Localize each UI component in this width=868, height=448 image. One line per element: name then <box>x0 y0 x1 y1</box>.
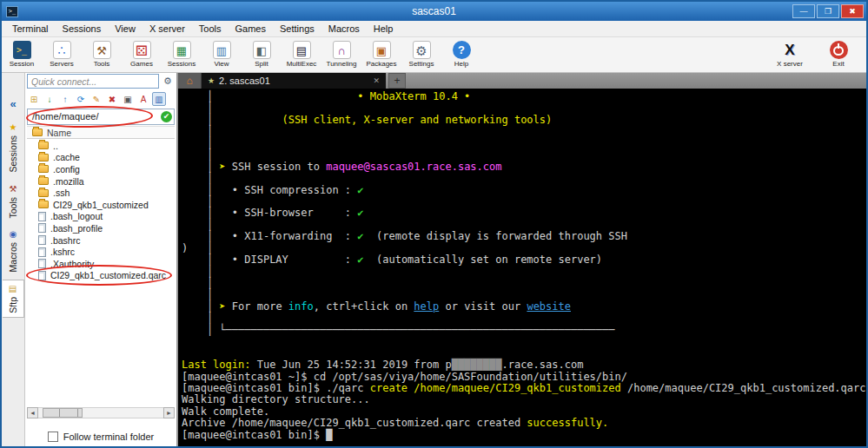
menu-item-view[interactable]: View <box>108 22 142 36</box>
exit-icon <box>830 41 848 59</box>
toolbar-settings-button[interactable]: ⚙Settings <box>401 39 441 68</box>
file-item-label: .kshrc <box>50 247 75 257</box>
sessions-icon: ▦ <box>173 41 191 59</box>
folder-new-icon[interactable]: ⊞ <box>27 92 41 106</box>
toolbar-exit-button[interactable]: Exit <box>814 39 863 68</box>
terminal-line: │ <box>182 102 866 114</box>
file-list: ...cache.config.mozilla.sshCI29_qkb1_cus… <box>27 140 175 401</box>
file-item--mozilla[interactable]: .mozilla <box>27 175 175 188</box>
scroll-right-button[interactable]: ► <box>163 407 175 418</box>
toolbar-tunneling-button[interactable]: ∩Tunneling <box>321 39 361 68</box>
file-item--[interactable]: .. <box>27 140 175 152</box>
sidebar-tab-sftp[interactable]: ▤Sftp <box>3 280 24 319</box>
sidebar-tab-tools[interactable]: ⚒Tools <box>3 180 24 224</box>
toolbar-session-button[interactable]: >_Session <box>2 39 42 68</box>
folder-icon <box>32 128 43 136</box>
terminal-link[interactable]: help <box>414 300 439 313</box>
menu-item-settings[interactable]: Settings <box>273 22 321 36</box>
close-button[interactable]: ✖ <box>841 4 864 18</box>
file-item--cache[interactable]: .cache <box>27 152 175 164</box>
file-item--ssh[interactable]: .ssh <box>27 187 175 199</box>
sidebar-tab-sessions-label: Sessions <box>8 135 18 173</box>
home-tab-button[interactable]: ⌂ <box>178 73 202 89</box>
toolbar-view-button[interactable]: ▥View <box>202 39 242 68</box>
maximize-button[interactable]: ❐ <box>817 4 839 18</box>
terminal-text: │ <box>182 300 219 313</box>
file-item--xauthority[interactable]: .Xauthority <box>27 258 175 270</box>
minimize-button[interactable]: — <box>792 4 815 18</box>
menubar: TerminalSessionsViewX serverToolsGamesSe… <box>2 21 866 37</box>
terminal-line: │ ➤ For more info, ctrl+click on help or… <box>182 301 866 313</box>
file-item-label: .Xauthority <box>50 259 94 269</box>
follow-terminal-folder-checkbox[interactable] <box>48 432 58 442</box>
left-tab-strip: « ★Sessions⚒Tools◉Macros▤Sftp <box>2 73 25 446</box>
collapse-sidebar-button[interactable]: « <box>10 97 16 110</box>
edit-icon[interactable]: ✎ <box>89 92 103 106</box>
current-path-field[interactable]: /home/maquee/ <box>27 109 175 125</box>
xserver-icon: X <box>781 41 799 59</box>
file-item-ci29-qkb1-customized[interactable]: CI29_qkb1_customized <box>27 199 175 211</box>
menu-item-help[interactable]: Help <box>367 22 401 36</box>
folder-icon <box>38 177 49 185</box>
menu-item-sessions[interactable]: Sessions <box>56 22 109 36</box>
scroll-left-button[interactable]: ◄ <box>27 407 38 418</box>
refresh-icon[interactable]: ⟳ <box>74 92 88 106</box>
sidebar-tab-sessions[interactable]: ★Sessions <box>3 118 24 178</box>
menu-item-tools[interactable]: Tools <box>192 22 229 36</box>
scrollbar-track[interactable] <box>38 407 163 418</box>
file-item--bash-logout[interactable]: .bash_logout <box>27 211 175 223</box>
terminal-text: │ <box>182 195 213 208</box>
file-item--kshrc[interactable]: .kshrc <box>27 246 175 258</box>
terminal-tab-sascas01[interactable]: ★ 2. sascas01 ✕ <box>202 73 386 89</box>
quick-connect-settings-icon[interactable]: ⚙ <box>161 74 175 89</box>
terminal-line <box>182 336 866 347</box>
file-list-header[interactable]: Name <box>27 126 175 139</box>
terminal-text: │ └─────────────────────────────────────… <box>182 324 615 336</box>
toolbar-sessions-button[interactable]: ▦Sessions <box>162 39 202 68</box>
toolbar-games-button[interactable]: ⚄Games <box>122 39 162 68</box>
menu-item-macros[interactable]: Macros <box>321 22 367 36</box>
terminal-text: │ <box>182 219 213 231</box>
sidebar-tab-macros[interactable]: ◉Macros <box>3 225 24 277</box>
split-icon: ◧ <box>253 41 271 59</box>
toolbar-view-label: View <box>214 60 229 68</box>
menu-item-x-server[interactable]: X server <box>142 22 192 36</box>
path-row: /home/maquee/ ✔ <box>27 109 175 125</box>
toolbar-multiexec-button[interactable]: ▤MultiExec <box>282 39 321 68</box>
terminal-text: ) │ <box>182 242 213 254</box>
file-item-ci29-qkb1-customized-qarc[interactable]: CI29_qkb1_customized.qarc <box>27 270 175 282</box>
terminal-text: Archive /home/maquee/CI29_qkb1_customize… <box>182 417 527 429</box>
toolbar-split-button[interactable]: ◧Split <box>242 39 282 68</box>
menu-item-terminal[interactable]: Terminal <box>5 22 56 36</box>
download-icon[interactable]: ↓ <box>43 92 56 106</box>
terminal-text: ➤ <box>219 300 225 313</box>
file-item--bashrc[interactable]: .bashrc <box>27 234 175 247</box>
terminal-screen[interactable]: │ • MobaXterm 10.4 • │ │ (SSH client, X-… <box>178 89 866 446</box>
file-item-label: .config <box>53 164 80 175</box>
terminal-text: │ <box>182 288 213 300</box>
file-item--bash-profile[interactable]: .bash_profile <box>27 222 175 234</box>
terminal-text: │ <box>182 148 213 161</box>
toolbar-packages-button[interactable]: ▣Packages <box>361 39 401 68</box>
ascii-mode-icon[interactable]: A <box>136 92 150 106</box>
scrollbar-thumb[interactable] <box>43 408 83 418</box>
tab-close-icon[interactable]: ✕ <box>373 76 380 85</box>
toolbar-servers-button[interactable]: ∴Servers <box>42 39 82 68</box>
sftp-tab-icon: ▤ <box>9 285 17 293</box>
delete-icon[interactable]: ✖ <box>105 92 119 106</box>
terminal-link[interactable]: website <box>527 300 571 313</box>
menu-item-games[interactable]: Games <box>229 22 273 36</box>
console-icon[interactable]: ▣ <box>121 92 135 106</box>
upload-icon[interactable]: ↑ <box>58 92 72 106</box>
terminal-line: Last login: Tue Jun 25 14:52:31 2019 fro… <box>182 359 866 371</box>
name-column-header: Name <box>47 128 71 138</box>
file-item--config[interactable]: .config <box>27 163 175 175</box>
toolbar-xserver-button[interactable]: XX server <box>765 39 814 68</box>
quick-connect-input[interactable] <box>27 74 159 89</box>
toolbar-help-button[interactable]: ?Help <box>441 39 481 68</box>
toolbar-settings-label: Settings <box>409 60 434 68</box>
toolbar-tools-button[interactable]: ⚒Tools <box>82 39 122 68</box>
terminal-line: │ <box>182 149 866 161</box>
new-tab-button[interactable]: + <box>388 73 406 89</box>
columns-icon[interactable]: ▥ <box>152 92 166 106</box>
